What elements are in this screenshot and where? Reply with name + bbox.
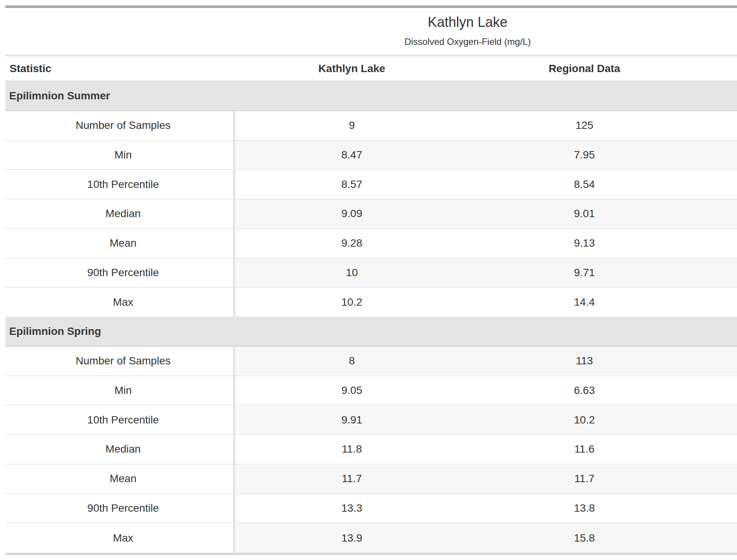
regional-value-cell: 7.95 <box>469 141 700 170</box>
table-top-border-bar <box>5 5 737 8</box>
stat-label-cell: Median <box>5 199 235 228</box>
regional-value-cell: 10.2 <box>469 405 700 434</box>
stat-label-cell: 90th Percentile <box>5 494 235 523</box>
table-bottom-border-bar <box>5 553 737 555</box>
page-subtitle: Dissolved Oxygen-Field (mg/L) <box>235 36 700 48</box>
lake-value-cell: 13.3 <box>235 494 469 523</box>
section-header-epilimnion-spring: Epilimnion Spring <box>5 317 737 347</box>
stat-label-cell: 90th Percentile <box>5 259 235 287</box>
lake-value-cell: 8 <box>235 347 469 376</box>
column-header-regional-data: Regional Data <box>469 63 700 75</box>
lake-value-cell: 10.2 <box>235 288 469 316</box>
row-spacer <box>700 288 737 316</box>
regional-value-cell: 9.01 <box>469 199 700 228</box>
report-container: Kathlyn Lake Dissolved Oxygen-Field (mg/… <box>5 5 737 555</box>
table-header-row: Statistic Kathlyn Lake Regional Data <box>5 56 737 82</box>
lake-value-cell: 9 <box>235 111 469 140</box>
regional-value-cell: 11.6 <box>469 435 700 464</box>
stat-label-cell: 10th Percentile <box>5 170 235 199</box>
regional-value-cell: 125 <box>469 111 700 140</box>
row-spacer <box>700 229 737 258</box>
section-header-label: Epilimnion Summer <box>5 82 737 110</box>
row-spacer <box>700 170 737 199</box>
regional-value-cell: 6.63 <box>469 376 700 405</box>
regional-value-cell: 9.71 <box>469 259 700 287</box>
table-row-summer-median: Median 9.09 9.01 <box>5 199 737 229</box>
lake-value-cell: 9.05 <box>235 376 469 405</box>
row-spacer <box>700 111 737 140</box>
column-header-kathlyn-lake: Kathlyn Lake <box>235 63 469 75</box>
lake-value-cell: 13.9 <box>235 523 469 553</box>
page-title: Kathlyn Lake <box>235 13 700 31</box>
regional-value-cell: 15.8 <box>469 523 700 553</box>
stat-label-cell: Number of Samples <box>5 111 235 140</box>
table-row-spring-90th-percentile: 90th Percentile 13.3 13.8 <box>5 494 737 524</box>
table-row-spring-10th-percentile: 10th Percentile 9.91 10.2 <box>5 405 737 435</box>
regional-value-cell: 13.8 <box>469 494 700 523</box>
table-row-summer-number-of-samples: Number of Samples 9 125 <box>5 111 737 141</box>
lake-value-cell: 9.91 <box>235 405 469 434</box>
table-row-spring-median: Median 11.8 11.6 <box>5 435 737 464</box>
table-row-spring-mean: Mean 11.7 11.7 <box>5 464 737 494</box>
row-spacer <box>700 141 737 170</box>
row-spacer <box>700 376 737 405</box>
table-row-spring-number-of-samples: Number of Samples 8 113 <box>5 347 737 376</box>
lake-value-cell: 8.47 <box>235 141 469 170</box>
lake-value-cell: 10 <box>235 259 469 287</box>
stat-label-cell: 10th Percentile <box>5 405 235 434</box>
lake-value-cell: 11.7 <box>235 464 469 493</box>
stats-table: Statistic Kathlyn Lake Regional Data Epi… <box>5 56 737 555</box>
row-spacer <box>700 405 737 434</box>
row-spacer <box>700 199 737 228</box>
stat-label-cell: Number of Samples <box>5 347 235 376</box>
stat-label-cell: Mean <box>5 229 235 258</box>
stat-label-cell: Min <box>5 141 235 170</box>
stat-label-cell: Min <box>5 376 235 405</box>
section-header-label: Epilimnion Spring <box>5 317 737 346</box>
title-block: Kathlyn Lake Dissolved Oxygen-Field (mg/… <box>5 8 737 55</box>
regional-value-cell: 9.13 <box>469 229 700 258</box>
regional-value-cell: 113 <box>469 347 700 376</box>
table-row-summer-max: Max 10.2 14.4 <box>5 288 737 317</box>
lake-value-cell: 8.57 <box>235 170 469 199</box>
row-spacer <box>700 464 737 493</box>
row-spacer <box>700 259 737 287</box>
section-header-epilimnion-summer: Epilimnion Summer <box>5 82 737 111</box>
row-spacer <box>700 494 737 523</box>
lake-value-cell: 9.28 <box>235 229 469 258</box>
table-row-summer-mean: Mean 9.28 9.13 <box>5 229 737 259</box>
lake-value-cell: 9.09 <box>235 199 469 228</box>
table-row-spring-min: Min 9.05 6.63 <box>5 376 737 406</box>
row-spacer <box>700 347 737 376</box>
column-header-statistic: Statistic <box>5 63 235 75</box>
row-spacer <box>700 523 737 553</box>
table-row-spring-max: Max 13.9 15.8 <box>5 523 737 553</box>
table-row-summer-min: Min 8.47 7.95 <box>5 141 737 170</box>
stat-label-cell: Mean <box>5 464 235 493</box>
stat-label-cell: Max <box>5 288 235 316</box>
stat-label-cell: Median <box>5 435 235 464</box>
lake-value-cell: 11.8 <box>235 435 469 464</box>
row-spacer <box>700 435 737 464</box>
regional-value-cell: 11.7 <box>469 464 700 493</box>
stat-label-cell: Max <box>5 523 235 553</box>
table-row-summer-10th-percentile: 10th Percentile 8.57 8.54 <box>5 170 737 199</box>
table-row-summer-90th-percentile: 90th Percentile 10 9.71 <box>5 259 737 288</box>
regional-value-cell: 14.4 <box>469 288 700 316</box>
regional-value-cell: 8.54 <box>469 170 700 199</box>
